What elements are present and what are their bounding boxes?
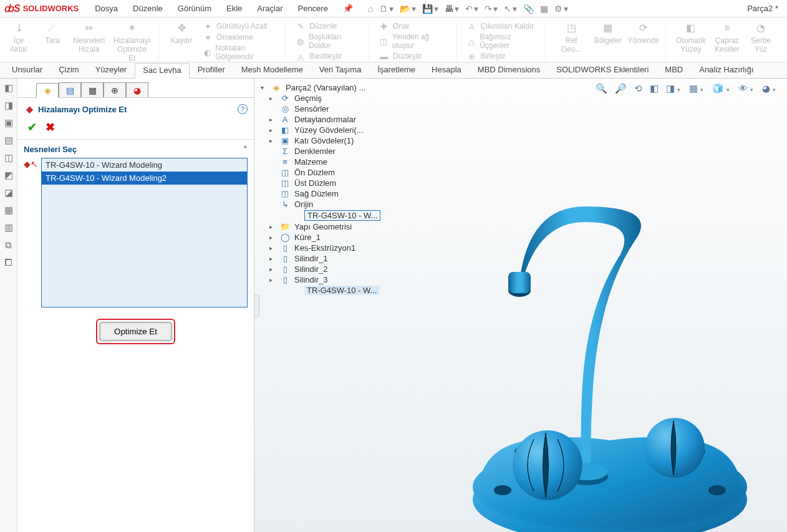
tab-mbd-dimensions[interactable]: MBD Dimensions [470,62,548,78]
ft-node[interactable]: ▸▯Silindir_1 [259,253,384,264]
ft-node[interactable]: ▸▯Silindir_2 [259,264,384,274]
sb-icon-10[interactable]: ⧉ [5,239,12,251]
rb-flatten[interactable]: ▬Düzleştir [379,51,449,61]
tab-yüzeyler[interactable]: Yüzeyler [87,62,135,78]
view-orient-icon[interactable]: 🧊▾ [711,82,732,95]
graphics-area[interactable]: 🔍 🔎 ⟲ ◧ ◨▾ ▦▾ 🧊▾ 👁▾ ◕▾ ▾ ◈ Parça2 (Varsa… [254,79,787,532]
app-list-icon[interactable]: ▦ [540,4,548,14]
sb-icon-11[interactable]: ⧠ [4,257,13,268]
optimize-button[interactable]: Optimize Et [100,322,171,341]
save-icon[interactable]: 💾▾ [422,4,438,14]
scene-icon[interactable]: ▦▾ [688,82,706,95]
tab-analiz-hazırlığı[interactable]: Analiz Hazırlığı [691,62,761,78]
expand-icon[interactable]: ▾ [261,84,267,91]
ft-root[interactable]: ▾ ◈ Parça2 (Varsayılan) ... [259,82,384,93]
redo-icon[interactable]: ↷▾ [485,4,498,14]
panel-splitter-handle[interactable] [254,294,259,317]
rb-merge[interactable]: ⊕Birleştir [466,51,538,61]
cancel-button[interactable]: ✖ [46,120,55,134]
rb-import[interactable]: ⤓İçeAktar [6,21,31,54]
menu-pin-icon[interactable]: 📌 [339,2,357,14]
ft-node[interactable]: ▸▣Katı Gövdeler(1) [259,135,384,146]
rb-move[interactable]: ✥Kaydır [169,21,194,45]
ft-node[interactable]: ▸ADetaylandırmalar [259,114,384,125]
pm-tab-target[interactable]: ⊕ [104,82,126,97]
ft-node[interactable]: ◎Sensörler [259,104,384,114]
rb-align-objects[interactable]: ⇔NesneleriHizala [74,21,105,54]
accept-button[interactable]: ✔ [27,120,37,134]
ft-node[interactable]: TR-G4SW-10 - W... [259,285,384,296]
rb-repair[interactable]: ✚Onar [379,21,449,31]
sb-icon-1[interactable]: ◧ [4,82,13,94]
rb-scan[interactable]: ☄Tara [40,21,65,45]
tab-sac-levha[interactable]: Sac Levha [135,63,189,79]
menu-tools[interactable]: Araçlar [253,2,286,14]
print-icon[interactable]: 🖶▾ [445,4,459,14]
tab-unsurlar[interactable]: Unsurlar [4,62,51,78]
open-icon[interactable]: 📂▾ [400,4,416,14]
sb-icon-3[interactable]: ▣ [4,117,13,128]
ft-node[interactable]: ▸▯Silindir_3 [259,274,384,285]
ft-node[interactable]: ▸📁Yapı Geometrisi [259,221,384,232]
help-icon[interactable]: ? [238,104,248,114]
menu-edit[interactable]: Düzenle [129,2,167,14]
tab-profiller[interactable]: Profiller [190,62,233,78]
ft-node[interactable]: ▸◧Yüzey Gövdeleri(... [259,125,384,135]
menu-view[interactable]: Görünüm [174,2,215,14]
rb-sample[interactable]: ⁕Örnekleme [203,32,278,42]
undo-icon[interactable]: ↶▾ [465,4,478,14]
zoom-fit-icon[interactable]: 🔍 [594,82,609,95]
expand-icon[interactable]: ▸ [269,137,276,144]
rb-optimize-align[interactable]: ✶HizalamayıOptimize Et [113,21,152,62]
tab-i̇şaretleme[interactable]: İşaretleme [369,62,423,78]
menu-insert[interactable]: Ekle [223,2,246,14]
tab-veri-taşıma[interactable]: Veri Taşıma [311,62,370,78]
expand-icon[interactable]: ▸ [269,244,276,251]
list-item[interactable]: TR-G4SW-10 - Wizard Modeling [42,158,247,172]
ft-node[interactable]: ≡Malzeme [259,157,384,167]
tab-hesapla[interactable]: Hesapla [423,62,470,78]
pm-section-header[interactable]: Nesneleri Seç ˄ [24,145,248,158]
ft-node[interactable]: ◫Sağ Düzlem [259,188,384,199]
ft-node[interactable]: ◫Ön Düzlem [259,167,384,178]
sb-icon-9[interactable]: ▥ [4,222,13,233]
ft-node[interactable]: ΣDenklemler [259,146,384,157]
selection-list[interactable]: TR-G4SW-10 - Wizard ModelingTR-G4SW-10 -… [41,158,248,307]
rb-orient[interactable]: ⟳Yönlendir [629,21,658,45]
rb-refgeo[interactable]: ◳Ref Geo... [556,21,587,54]
settings-icon[interactable]: ⚙▾ [554,4,568,14]
expand-icon[interactable]: ▸ [269,223,276,230]
tab-solidworks-eklentileri[interactable]: SOLIDWORKS Eklentileri [548,62,657,78]
expand-icon[interactable]: ▸ [269,116,276,123]
rb-freeform[interactable]: ◔SerbeYüz [748,21,773,54]
rb-xsec[interactable]: ≡ÇaprazKesitler [715,21,740,54]
ft-node[interactable]: ▸⟳Geçmiş [259,93,384,104]
rb-autosurf[interactable]: ◧OtomatikYüzey [676,21,706,54]
rb-simplify[interactable]: ◬Basitleştir [296,51,361,61]
menu-file[interactable]: Dosya [91,2,122,14]
expand-icon[interactable]: ▸ [269,266,276,273]
pm-tab-display[interactable]: ▦ [81,82,104,97]
expand-icon[interactable]: ▸ [269,95,276,102]
expand-icon[interactable]: ▸ [269,255,276,262]
rb-regions[interactable]: ▦Bölgeler [596,21,620,45]
ft-node[interactable]: ◫Üst Düzlem [259,178,384,188]
tab-mbd[interactable]: MBD [657,62,691,78]
expand-icon[interactable]: ▸ [269,276,276,283]
zoom-area-icon[interactable]: 🔎 [614,82,628,95]
sb-icon-6[interactable]: ◩ [4,170,13,181]
rb-fill-holes[interactable]: ◍Boşlukları Doldur [296,32,361,50]
list-item[interactable]: TR-G4SW-10 - Wizard Modeling2 [42,172,247,185]
rb-remesh[interactable]: ◫Yeniden ağ oluştur [379,32,449,50]
pm-tab-config[interactable]: ▤ [59,82,81,97]
prev-view-icon[interactable]: ⟲ [633,82,644,95]
rb-reduce-noise[interactable]: ✦Gürültüyü Azalt [203,21,278,31]
sb-icon-8[interactable]: ▦ [4,205,13,216]
hide-show-icon[interactable]: 👁▾ [737,82,756,95]
ft-node[interactable]: ▸◯Küre_1 [259,232,384,243]
sb-icon-5[interactable]: ◫ [4,152,13,163]
new-icon[interactable]: 🗋▾ [379,4,394,14]
ft-node[interactable]: TR-G4SW-10 - W... [259,210,384,221]
display-style-icon[interactable]: ◨▾ [665,82,683,95]
ft-node[interactable]: ↳Orijin [259,199,384,210]
